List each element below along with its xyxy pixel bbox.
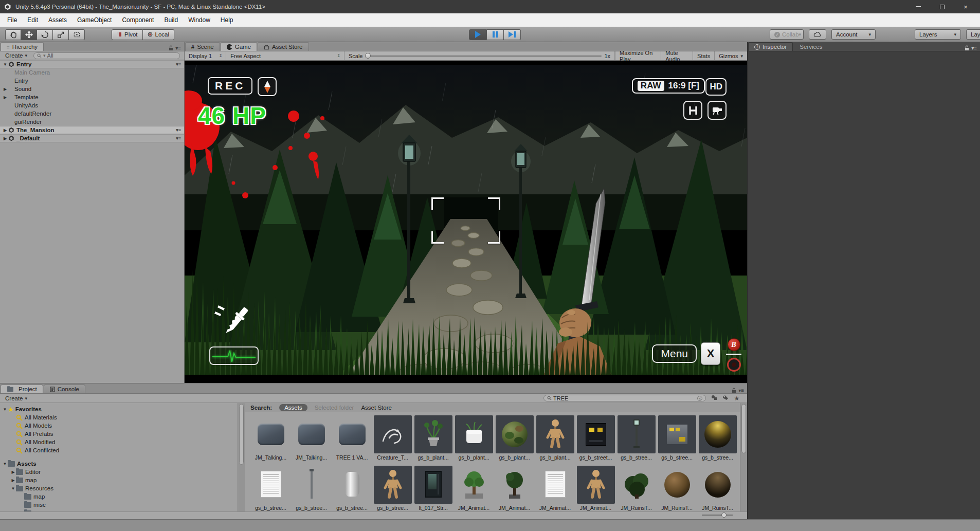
- menu-component[interactable]: Component: [117, 14, 159, 26]
- camcorder-button[interactable]: [707, 101, 727, 120]
- minimize-button[interactable]: [915, 4, 921, 10]
- close-button[interactable]: ×: [963, 4, 969, 10]
- pivot-toggle-button[interactable]: Pivot: [112, 29, 143, 40]
- step-button[interactable]: [504, 29, 521, 40]
- favorite-all-conflicted[interactable]: All Conflicted: [0, 446, 238, 454]
- panel-menu-icon[interactable]: ▾≡: [738, 388, 744, 393]
- tab-asset-store[interactable]: Asset Store: [258, 42, 308, 51]
- asset-tile[interactable]: JM_RuinsT...: [697, 466, 738, 514]
- expand-arrow-icon[interactable]: ▼: [10, 486, 16, 491]
- local-toggle-button[interactable]: Local: [143, 29, 175, 40]
- asset-tile[interactable]: gs_b_plant...: [494, 415, 535, 464]
- expand-arrow-icon[interactable]: ▼: [2, 462, 8, 466]
- scale-slider[interactable]: [365, 56, 602, 57]
- asset-tile[interactable]: TREE 1 VA...: [332, 415, 372, 464]
- project-search-input[interactable]: TREE ✕: [543, 395, 706, 401]
- layout-dropdown[interactable]: Layout▾: [966, 29, 980, 40]
- asset-tile[interactable]: JM_Animat...: [575, 466, 616, 514]
- layers-dropdown[interactable]: Layers▾: [915, 29, 961, 40]
- b-button-badge[interactable]: B: [728, 338, 740, 351]
- lock-icon[interactable]: [169, 45, 173, 51]
- clear-search-icon[interactable]: ✕: [697, 396, 702, 401]
- tab-hierarchy[interactable]: ≡ Hierarchy: [1, 42, 44, 51]
- hierarchy-item-main-camera[interactable]: Main Camera: [0, 68, 184, 77]
- favorite-all-modified[interactable]: All Modified: [0, 438, 238, 446]
- asset-tile[interactable]: JM_Animat...: [494, 466, 535, 514]
- lock-icon[interactable]: [965, 45, 969, 51]
- asset-tile[interactable]: JM_RuinsT...: [657, 466, 697, 514]
- grid-scrollbar[interactable]: [740, 403, 747, 512]
- account-dropdown[interactable]: Account▾: [831, 29, 876, 40]
- stats-toggle[interactable]: Stats: [693, 51, 714, 60]
- menu-help[interactable]: Help: [215, 14, 239, 26]
- asset-tile[interactable]: JM_Animat...: [535, 466, 575, 514]
- display-dropdown[interactable]: Display 1⇕: [185, 51, 226, 60]
- panel-menu-icon[interactable]: ▾≡: [971, 45, 977, 51]
- menu-file[interactable]: File: [2, 14, 22, 26]
- hand-tool-button[interactable]: [5, 29, 21, 40]
- maximize-on-play-toggle[interactable]: Maximize On Play: [615, 51, 661, 60]
- favorite-all-prefabs[interactable]: All Prefabs: [0, 430, 238, 438]
- hierarchy-search-input[interactable]: ▾ All: [33, 52, 180, 59]
- menu-build[interactable]: Build: [159, 14, 183, 26]
- asset-tile[interactable]: gs_b_stree...: [372, 466, 413, 514]
- menu-assets[interactable]: Assets: [43, 14, 72, 26]
- asset-tile[interactable]: gs_b_stree...: [250, 466, 291, 514]
- folder-misc[interactable]: misc: [0, 501, 238, 509]
- tab-scene[interactable]: # Scene: [185, 42, 220, 51]
- tab-services[interactable]: Services: [793, 42, 828, 51]
- panel-menu-icon[interactable]: ▾≡: [175, 45, 181, 51]
- favorites-root[interactable]: ▼★Favorites: [0, 405, 238, 413]
- hierarchy-create-button[interactable]: Create▾: [2, 52, 30, 59]
- tab-game[interactable]: Game: [221, 42, 257, 51]
- asset-tile[interactable]: It_017_Str...: [413, 466, 453, 514]
- scope-assets[interactable]: Assets: [279, 404, 307, 411]
- assets-root[interactable]: ▼Assets: [0, 460, 238, 468]
- expand-arrow-icon[interactable]: ▶: [10, 470, 16, 474]
- scope-asset-store[interactable]: Asset Store: [361, 405, 391, 411]
- expand-arrow-icon[interactable]: ▶: [2, 87, 8, 91]
- scope-selected-folder[interactable]: Selected folder: [315, 405, 354, 411]
- tab-project[interactable]: Project: [1, 384, 43, 393]
- hierarchy-item-sound[interactable]: ▶Sound: [0, 85, 184, 93]
- expand-arrow-icon[interactable]: ▼: [2, 62, 8, 67]
- collab-dropdown[interactable]: ✓ Collab ▾: [770, 29, 804, 40]
- lock-icon[interactable]: [732, 388, 736, 393]
- hierarchy-item-entry[interactable]: ▼Entry▾≡: [0, 60, 184, 68]
- asset-tile[interactable]: gs_b_stree...: [657, 415, 697, 464]
- menu-edit[interactable]: Edit: [22, 14, 43, 26]
- favorite-search-icon[interactable]: ★: [732, 395, 742, 402]
- scene-menu-icon[interactable]: ▾≡: [176, 127, 184, 133]
- move-tool-button[interactable]: [21, 29, 37, 40]
- rect-tool-button[interactable]: [69, 29, 85, 40]
- asset-tile[interactable]: Creature_T...: [372, 415, 413, 464]
- scene-menu-icon[interactable]: ▾≡: [176, 62, 184, 67]
- hierarchy-item-the-mansion[interactable]: ▶The_Mansion▾≡: [0, 126, 184, 134]
- asset-tile[interactable]: gs_b_plant...: [535, 415, 575, 464]
- search-by-label-icon[interactable]: [720, 395, 731, 402]
- favorite-all-models[interactable]: All Models: [0, 422, 238, 430]
- asset-tile[interactable]: gs_b_street...: [575, 415, 616, 464]
- pause-button[interactable]: [487, 29, 504, 40]
- record-button[interactable]: [727, 358, 741, 372]
- hierarchy-item-entry[interactable]: Entry: [0, 77, 184, 85]
- maximize-button[interactable]: [939, 4, 945, 10]
- hierarchy-item-unityads[interactable]: UnityAds: [0, 101, 184, 109]
- menu-gameobject[interactable]: GameObject: [72, 14, 117, 26]
- thumbnail-size-slider[interactable]: [702, 515, 733, 516]
- asset-tile[interactable]: gs_b_plant...: [453, 415, 494, 464]
- asset-tile[interactable]: gs_b_plant...: [413, 415, 453, 464]
- project-create-button[interactable]: Create▾: [2, 395, 30, 402]
- expand-arrow-icon[interactable]: ▶: [2, 95, 8, 100]
- rotate-tool-button[interactable]: [37, 29, 53, 40]
- scene-menu-icon[interactable]: ▾≡: [176, 136, 184, 141]
- asset-tile[interactable]: JM_Talking...: [291, 415, 332, 464]
- play-button[interactable]: [469, 29, 487, 40]
- hierarchy-item-guirender[interactable]: guiRender: [0, 118, 184, 126]
- asset-tile[interactable]: JM_RuinsT...: [616, 466, 657, 514]
- asset-tile[interactable]: gs_b_stree...: [291, 466, 332, 514]
- asset-tile[interactable]: gs_b_stree...: [697, 415, 738, 464]
- hierarchy-item-defaultrender[interactable]: defaultRender: [0, 109, 184, 118]
- mute-audio-toggle[interactable]: Mute Audio: [661, 51, 693, 60]
- tab-inspector[interactable]: i Inspector: [748, 42, 793, 51]
